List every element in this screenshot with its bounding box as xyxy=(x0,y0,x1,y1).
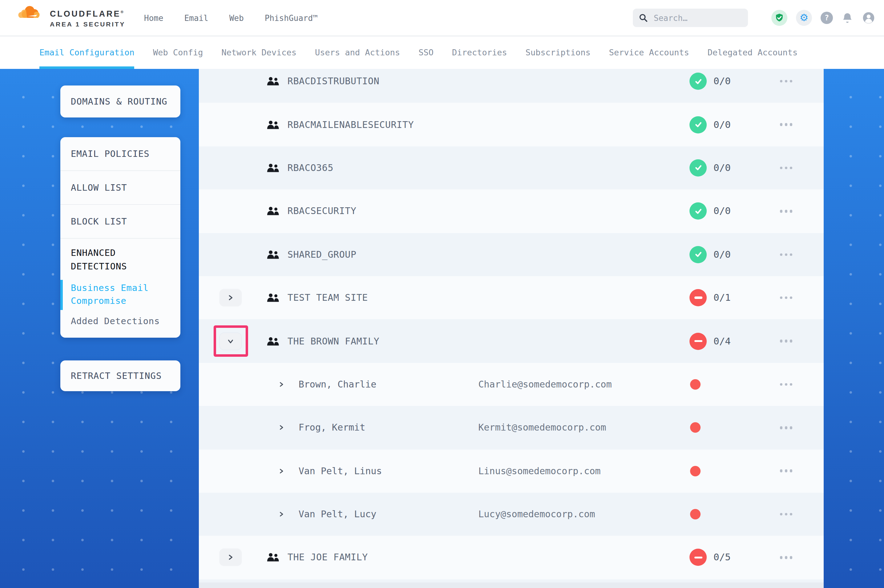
row-actions-menu-button[interactable] xyxy=(774,422,798,434)
brand-name: CLOUDFLARE® xyxy=(50,10,125,18)
member-count: 0/1 xyxy=(714,292,731,303)
panel-bottom-strip xyxy=(199,582,824,588)
row-actions-menu-button[interactable] xyxy=(774,162,798,174)
member-row: Van Pelt, LucyLucy@somedemocorp.com xyxy=(199,493,824,536)
member-count: 0/0 xyxy=(714,206,731,217)
expand-group-button[interactable] xyxy=(220,290,241,306)
tab-delegated-accounts[interactable]: Delegated Accounts xyxy=(708,36,798,69)
group-table: RBACDISTRUBUTION0/0RBACMAILENABLESECURIT… xyxy=(199,69,824,588)
sidebar-item-block-list[interactable]: BLOCK LIST xyxy=(60,205,180,238)
help-glyph: ? xyxy=(825,14,829,22)
member-email: Charlie@somedemocorp.com xyxy=(478,379,612,390)
tab-web-config[interactable]: Web Config xyxy=(153,36,203,69)
chevron-right-icon[interactable] xyxy=(278,425,284,431)
app-viewport: CLOUDFLARE® AREA 1 SECURITY Home Email W… xyxy=(0,0,884,588)
shield-check-icon[interactable] xyxy=(771,10,787,26)
member-count: 0/0 xyxy=(714,76,731,87)
header-nav: Home Email Web PhishGuard™ xyxy=(144,0,318,36)
group-name: RBACMAILENABLESECURITY xyxy=(287,119,414,130)
header-nav-web[interactable]: Web xyxy=(229,13,244,22)
search-icon xyxy=(639,14,648,22)
row-actions-menu-button[interactable] xyxy=(774,75,798,87)
group-icon xyxy=(266,76,280,86)
group-row: RBACSECURITY0/0 xyxy=(199,189,824,233)
collapse-group-button[interactable] xyxy=(220,333,241,350)
sidebar-card-email-policies: EMAIL POLICIES ALLOW LIST BLOCK LIST ENH… xyxy=(60,137,180,338)
registered-mark: ® xyxy=(121,10,123,14)
row-actions-menu-button[interactable] xyxy=(774,205,798,218)
search-input[interactable] xyxy=(652,13,742,23)
groups-panel: RBACDISTRUBUTION0/0RBACMAILENABLESECURIT… xyxy=(199,69,824,588)
member-row: Brown, CharlieCharlie@somedemocorp.com xyxy=(199,363,824,406)
status-dot-blocked xyxy=(690,423,701,433)
chevron-right-icon[interactable] xyxy=(278,511,284,517)
tab-network-devices[interactable]: Network Devices xyxy=(221,36,296,69)
gear-glyph: ⚙ xyxy=(800,13,809,23)
status-badge-ok xyxy=(690,159,707,177)
row-actions-menu-button[interactable] xyxy=(774,551,798,564)
member-name: Van Pelt, Lucy xyxy=(299,508,376,520)
top-header: CLOUDFLARE® AREA 1 SECURITY Home Email W… xyxy=(0,0,884,36)
search-box[interactable] xyxy=(633,9,748,27)
header-nav-email[interactable]: Email xyxy=(184,13,208,22)
tab-users-and-actions[interactable]: Users and Actions xyxy=(315,36,400,69)
tab-directories[interactable]: Directories xyxy=(452,36,507,69)
tab-service-accounts[interactable]: Service Accounts xyxy=(609,36,689,69)
row-actions-menu-button[interactable] xyxy=(774,249,798,261)
status-badge-blocked xyxy=(690,289,707,306)
member-email: Linus@somedemocorp.com xyxy=(478,465,600,476)
group-icon xyxy=(266,206,280,216)
status-badge-ok xyxy=(690,246,707,263)
minus-icon xyxy=(694,556,702,558)
status-badge-ok xyxy=(690,116,707,133)
minus-icon xyxy=(694,297,702,299)
row-actions-menu-button[interactable] xyxy=(774,291,798,304)
row-actions-menu-button[interactable] xyxy=(774,335,798,347)
tab-email-configuration[interactable]: Email Configuration xyxy=(39,36,134,69)
row-actions-menu-button[interactable] xyxy=(774,508,798,520)
member-row: Frog, KermitKermit@somedemocorp.com xyxy=(199,406,824,449)
chevron-right-icon[interactable] xyxy=(278,381,284,387)
account-icon[interactable] xyxy=(862,11,875,25)
group-icon xyxy=(266,336,280,346)
status-dot-blocked xyxy=(690,379,701,390)
sidebar-item-business-email-compromise[interactable]: Business Email Compromise xyxy=(60,281,180,308)
member-count: 0/5 xyxy=(714,552,731,563)
minus-icon xyxy=(694,340,702,342)
status-badge-blocked xyxy=(690,333,707,350)
group-name: THE JOE FAMILY xyxy=(287,552,368,563)
sidebar-item-email-policies[interactable]: EMAIL POLICIES xyxy=(60,137,180,171)
group-row: THE BROWN FAMILY0/4 xyxy=(199,320,824,363)
member-email: Lucy@somedemocorp.com xyxy=(478,508,595,520)
member-email: Kermit@somedemocorp.com xyxy=(478,422,606,433)
sidebar-card-retract-settings[interactable]: RETRACT SETTINGS xyxy=(60,360,180,391)
brand-subtitle: AREA 1 SECURITY xyxy=(50,21,125,27)
chevron-right-icon[interactable] xyxy=(278,468,284,474)
cloudflare-logo[interactable]: CLOUDFLARE® AREA 1 SECURITY xyxy=(18,3,125,27)
row-actions-menu-button[interactable] xyxy=(774,378,798,391)
config-tab-bar: Email Configuration Web Config Network D… xyxy=(0,36,884,69)
group-row: TEST TEAM SITE0/1 xyxy=(199,276,824,320)
group-icon xyxy=(266,293,280,303)
expand-group-button[interactable] xyxy=(220,549,241,566)
group-icon xyxy=(266,553,280,562)
row-actions-menu-button[interactable] xyxy=(774,118,798,131)
sidebar-item-added-detections[interactable]: Added Detections xyxy=(60,316,180,326)
tab-sso[interactable]: SSO xyxy=(419,36,434,69)
group-icon xyxy=(266,250,280,260)
bell-icon[interactable] xyxy=(842,12,853,24)
tab-subscriptions[interactable]: Subscriptions xyxy=(525,36,590,69)
cloudflare-cloud-icon xyxy=(18,3,47,20)
header-nav-phishguard[interactable]: PhishGuard™ xyxy=(265,13,318,22)
screenshot-stage: CLOUDFLARE® AREA 1 SECURITY Home Email W… xyxy=(0,0,884,588)
domains-routing-label: DOMAINS & ROUTING xyxy=(71,97,167,106)
group-row: THE JOE FAMILY0/5 xyxy=(199,536,824,579)
header-icon-bar: ⚙ ? xyxy=(771,0,875,36)
member-count: 0/0 xyxy=(714,249,731,260)
gear-icon[interactable]: ⚙ xyxy=(796,10,812,26)
help-icon[interactable]: ? xyxy=(821,12,833,24)
header-nav-home[interactable]: Home xyxy=(144,13,164,22)
row-actions-menu-button[interactable] xyxy=(774,465,798,477)
sidebar-item-allow-list[interactable]: ALLOW LIST xyxy=(60,171,180,205)
sidebar-card-domains-routing[interactable]: DOMAINS & ROUTING xyxy=(60,86,180,117)
